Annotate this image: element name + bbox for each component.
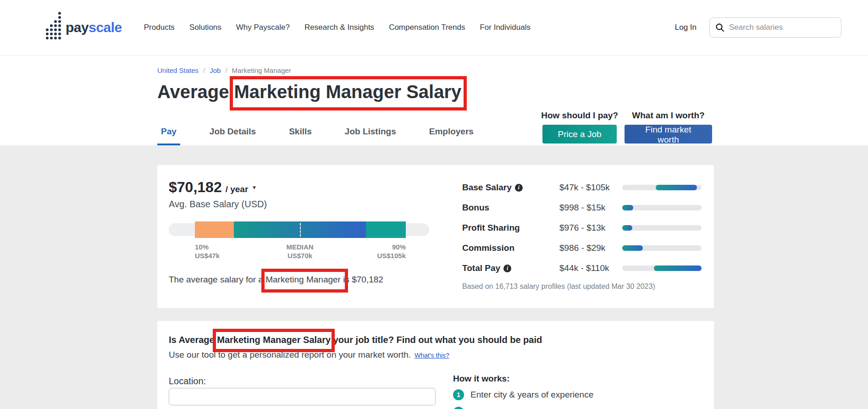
percentile-10-label: 10% US$47k [195,243,220,260]
price-a-job-button[interactable]: Price a Job [542,125,617,144]
nav-item-products[interactable]: Products [144,23,175,32]
range-bar [622,205,702,210]
how-it-works: How it works: 1 Enter city & years of ex… [453,374,593,409]
range-bar [622,185,702,190]
nav-item-compensation-trends[interactable]: Compensation Trends [389,23,465,32]
page-hero: United States / Job / Marketing Manager … [0,55,868,145]
cta-block: How should I pay? Price a Job What am I … [541,111,712,144]
range-bar [622,245,702,251]
payscale-logo-text: payscale [66,20,122,35]
percentile-90-label: 90% US$105k [377,243,406,260]
main-nav: Products Solutions Why Payscale? Researc… [144,23,531,32]
market-worth-card: Is Average Marketing Manager Salary your… [157,321,714,409]
salary-period: / year [226,184,249,194]
site-header: payscale Products Solutions Why Payscale… [0,0,868,55]
market-worth-heading: Is Average Marketing Manager Salary your… [169,335,542,345]
tab-job-listings[interactable]: Job Listings [341,127,400,145]
tab-skills[interactable]: Skills [285,127,315,145]
range-bar [622,265,702,271]
salary-amount-selector[interactable]: $70,182 / year ▾ [169,179,429,196]
how-it-works-title: How it works: [453,374,593,384]
payscale-logo[interactable]: payscale [46,16,122,39]
median-dashed-line [300,223,301,237]
page-title: Average Marketing Manager Salary [157,82,712,102]
location-input[interactable] [169,388,436,405]
tab-employers[interactable]: Employers [426,127,477,145]
pay-row-commission: Commission $986 - $29k [462,242,702,254]
pay-row-total-pay: Total Payi $44k - $110k [462,262,702,274]
median-label: MEDIAN US$70k [286,243,313,260]
tab-job-details[interactable]: Job Details [206,127,260,145]
tab-pay[interactable]: Pay [157,127,180,145]
login-link[interactable]: Log In [675,23,697,32]
salary-amount: $70,182 [169,179,222,196]
breadcrumb-united-states[interactable]: United States [157,66,199,74]
step-1-badge: 1 [453,389,464,400]
nav-item-solutions[interactable]: Solutions [189,23,221,32]
avg-base-salary-label: Avg. Base Salary (USD) [169,199,429,210]
how-it-works-step-2-clipped [453,407,593,409]
search-input[interactable] [729,23,835,32]
pay-row-bonus: Bonus $998 - $15k [462,202,702,214]
range-bar [622,225,702,231]
nav-item-for-individuals[interactable]: For Individuals [480,23,531,32]
what-am-i-worth-label: What am I worth? [632,111,704,121]
page-title-highlight: Marketing Manager Salary [234,82,462,102]
profiles-footnote: Based on 16,713 salary profiles (last up… [462,282,702,291]
pay-row-profit-sharing: Profit Sharing $976 - $13k [462,222,702,234]
breadcrumb-job[interactable]: Job [210,66,221,74]
find-market-worth-button[interactable]: Find market worth [625,125,712,144]
band-segment-low [195,221,234,238]
step-2-badge [453,407,464,409]
info-icon[interactable]: i [503,265,511,272]
pay-row-base-salary: Base Salaryi $47k - $105k [462,182,702,193]
heading-highlight: Marketing Manager Salary [217,335,331,345]
market-worth-subtext: Use our tool to get a personalized repor… [169,350,449,360]
chevron-down-icon[interactable]: ▾ [253,184,256,191]
breadcrumb-separator: / [203,66,205,74]
how-it-works-step-1: 1 Enter city & years of experience [453,389,593,400]
main-content: $70,182 / year ▾ Avg. Base Salary (USD) … [0,145,868,409]
breadcrumb-current: Marketing Manager [232,66,291,74]
band-segment-mid [234,221,366,238]
tab-bar: Pay Job Details Skills Job Listings Empl… [157,127,477,145]
whats-this-link[interactable]: What's this? [415,352,449,359]
breadcrumb: United States / Job / Marketing Manager [157,55,712,74]
band-segment-high [366,221,406,238]
nav-item-why-payscale[interactable]: Why Payscale? [236,23,290,32]
info-icon[interactable]: i [515,184,523,192]
nav-item-research-insights[interactable]: Research & Insights [304,23,374,32]
search-icon [715,23,724,32]
pay-breakdown: Base Salaryi $47k - $105k Bonus $998 - $… [462,182,702,291]
summary-highlight: Marketing Manager [265,275,341,284]
payscale-logo-icon [46,16,61,39]
salary-search-box[interactable] [709,17,841,38]
breadcrumb-separator: / [225,66,227,74]
salary-percentile-chart: 10% US$47k MEDIAN US$70k 90% US$105k [169,221,429,260]
salary-summary-card: $70,182 / year ▾ Avg. Base Salary (USD) … [157,165,714,308]
how-should-i-pay-label: How should I pay? [541,111,618,121]
location-label: Location: [169,376,206,387]
salary-summary-sentence: The average salary for a Marketing Manag… [169,275,429,285]
